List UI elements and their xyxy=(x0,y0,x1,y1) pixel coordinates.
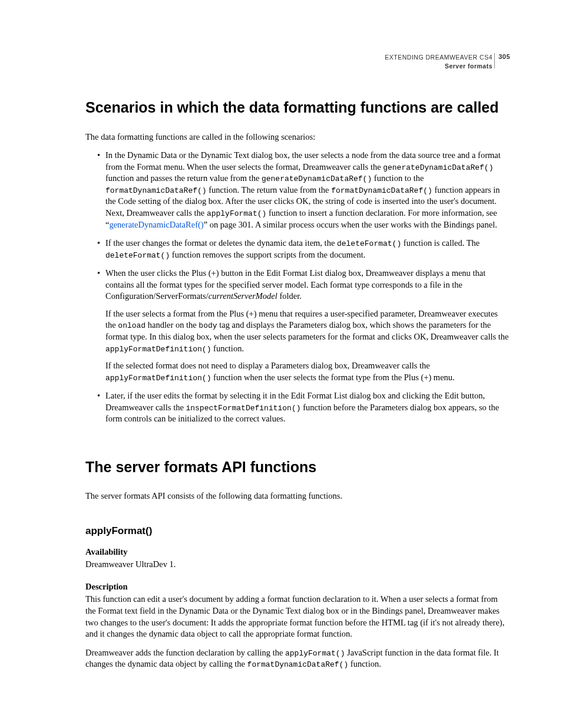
description-p2: Dreamweaver adds the function declaratio… xyxy=(85,647,510,670)
page-header: EXTENDING DREAMWEAVER CS4 Server formats… xyxy=(85,53,510,70)
list-item: Later, if the user edits the format by s… xyxy=(97,390,510,425)
header-section: Server formats xyxy=(85,62,492,70)
code-inline: applyFormatDefinition() xyxy=(105,374,211,383)
code-inline: formatDynamicDataRef() xyxy=(331,186,432,195)
list-item: If the user changes the format or delete… xyxy=(97,238,510,261)
code-inline: applyFormat() xyxy=(207,209,266,218)
cross-ref-link[interactable]: generateDynamicDataRef() xyxy=(109,220,203,229)
description-label: Description xyxy=(85,581,510,593)
intro-api: The server formats API consists of the f… xyxy=(85,490,510,502)
heading-api: The server formats API functions xyxy=(85,458,510,476)
availability-value: Dreamweaver UltraDev 1. xyxy=(85,559,510,571)
list-item: When the user clicks the Plus (+) button… xyxy=(97,268,510,383)
code-inline: applyFormatDefinition() xyxy=(105,345,211,354)
italic-path: currentServerModel xyxy=(209,291,277,301)
header-doc-title: EXTENDING DREAMWEAVER CS4 xyxy=(85,53,492,61)
code-inline: applyFormat() xyxy=(285,649,345,658)
description-p1: This function can edit a user's document… xyxy=(85,594,510,640)
list-item: In the Dynamic Data or the Dynamic Text … xyxy=(97,150,510,230)
intro-scenarios: The data formatting functions are called… xyxy=(85,131,510,143)
code-inline: generateDynamicDataRef() xyxy=(383,163,493,172)
heading-applyformat: applyFormat() xyxy=(85,525,510,538)
availability-label: Availability xyxy=(85,546,510,558)
code-inline: body xyxy=(199,321,217,330)
code-inline: formatDynamicDataRef() xyxy=(247,660,349,669)
page-number: 305 xyxy=(494,53,510,68)
code-inline: deleteFormat() xyxy=(105,251,170,260)
heading-scenarios: Scenarios in which the data formatting f… xyxy=(85,98,510,117)
code-inline: deleteFormat() xyxy=(337,239,401,248)
code-inline: generateDynamicDataRef() xyxy=(262,174,372,183)
code-inline: inspectFormatDefinition() xyxy=(186,404,300,413)
code-inline: onload xyxy=(118,321,146,330)
code-inline: formatDynamicDataRef() xyxy=(105,186,207,195)
scenario-list: In the Dynamic Data or the Dynamic Text … xyxy=(85,150,510,425)
